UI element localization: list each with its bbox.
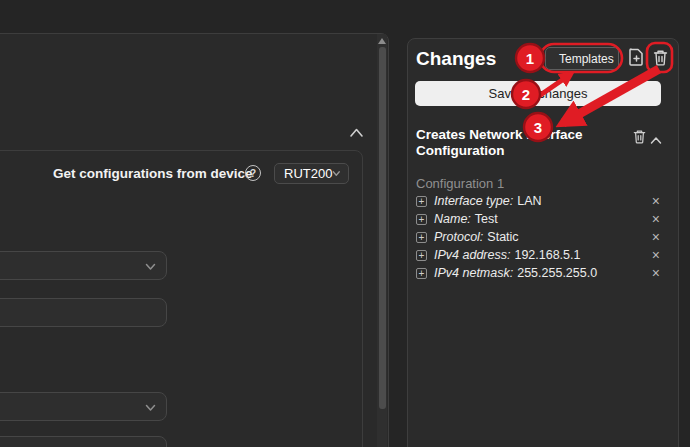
- remove-change-icon[interactable]: ×: [652, 193, 660, 209]
- config-row-label: Name:: [434, 212, 471, 226]
- templates-button-label: Templates: [559, 52, 614, 66]
- config-row-label: Protocol:: [434, 230, 483, 244]
- chevron-down-icon: [145, 263, 156, 271]
- device-select-value: RUT200: [284, 166, 332, 181]
- form-select-1[interactable]: [0, 251, 167, 280]
- section-collapse-chevron[interactable]: [349, 124, 365, 138]
- expand-icon[interactable]: +: [416, 268, 427, 279]
- delete-section-button[interactable]: [633, 129, 647, 145]
- expand-icon[interactable]: +: [416, 250, 427, 261]
- changes-panel-title: Changes: [416, 48, 496, 70]
- get-configurations-label: Get configurations from device: [53, 166, 253, 181]
- config-row: + Interface type: LAN ×: [416, 193, 663, 209]
- remove-change-icon[interactable]: ×: [652, 211, 660, 227]
- chevron-up-icon: [349, 127, 364, 138]
- config-row: + IPv4 netmask: 255.255.255.0 ×: [416, 265, 663, 281]
- triangle-up-icon: [378, 38, 386, 44]
- config-row-value: 192.168.5.1: [514, 248, 580, 262]
- config-row-label: IPv4 address:: [434, 248, 510, 262]
- scrollbar-thumb[interactable]: [379, 47, 386, 409]
- trash-icon: [653, 49, 668, 66]
- expand-icon[interactable]: +: [416, 214, 427, 225]
- form-input-2[interactable]: [0, 436, 167, 447]
- config-row: + Protocol: Static ×: [416, 229, 663, 245]
- add-template-button[interactable]: [627, 47, 645, 67]
- remove-change-icon[interactable]: ×: [652, 247, 660, 263]
- chevron-down-icon: [332, 170, 341, 177]
- config-row-label: Interface type:: [434, 194, 513, 208]
- config-row-value: Static: [487, 230, 518, 244]
- device-select[interactable]: RUT200: [274, 163, 349, 184]
- configuration-subtitle: Configuration 1: [416, 176, 504, 191]
- trash-icon: [633, 129, 646, 144]
- save-all-changes-button[interactable]: Save all changes: [415, 81, 661, 106]
- config-row-label: IPv4 netmask:: [434, 266, 513, 280]
- expand-icon[interactable]: +: [416, 232, 427, 243]
- help-icon[interactable]: ?: [245, 165, 261, 181]
- form-input-1[interactable]: [0, 298, 167, 327]
- delete-all-changes-button[interactable]: [651, 47, 669, 67]
- remove-change-icon[interactable]: ×: [652, 229, 660, 245]
- config-row-value: Test: [475, 212, 498, 226]
- change-section-title: Creates Network Interface Configuration: [416, 127, 598, 158]
- config-row-value: 255.255.255.0: [517, 266, 597, 280]
- config-row: + Name: Test ×: [416, 211, 663, 227]
- config-row-value: LAN: [517, 194, 541, 208]
- section-collapse-button[interactable]: [650, 131, 663, 141]
- expand-icon[interactable]: +: [416, 196, 427, 207]
- chevron-up-icon: [650, 136, 662, 145]
- remove-change-icon[interactable]: ×: [652, 265, 660, 281]
- templates-button[interactable]: Templates: [545, 47, 619, 70]
- form-select-2[interactable]: [0, 392, 167, 421]
- scrollbar-up-button[interactable]: [378, 35, 386, 46]
- chevron-down-icon: [145, 404, 156, 412]
- config-row: + IPv4 address: 192.168.5.1 ×: [416, 247, 663, 263]
- file-plus-icon: [629, 48, 644, 66]
